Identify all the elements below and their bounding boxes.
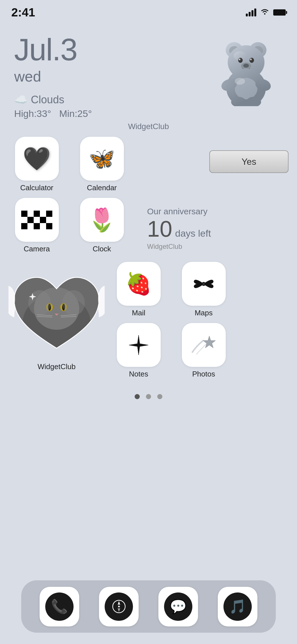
dock-music[interactable]: 🎵 [218,587,257,626]
dock-messages[interactable]: 💬 [158,587,198,626]
photos-label: Photos [192,370,215,378]
mail-icon-container[interactable]: 🍓 [117,262,161,306]
weather-row: ☁️ Clouds [14,93,209,106]
widgetclub-date-label: WidgetClub [0,122,297,131]
compass-icon [111,599,127,614]
right-apps-row-1: 🍓 Mail [110,262,232,317]
svg-point-34 [203,283,205,285]
svg-marker-37 [118,601,120,605]
dock: 📞 💬 🎵 [21,580,276,633]
cat-widget-container: WidgetClub [8,259,105,371]
date-widget: Jul.3 wed ☁️ Clouds High:33° Min:25° [0,25,297,119]
photos-shootingstar-icon [191,334,216,356]
dock-phone[interactable]: 📞 [40,587,79,626]
svg-point-9 [239,59,240,60]
right-apps-row-2: Notes Photos [110,323,232,378]
bottom-row: WidgetClub 🍓 Mail [8,259,289,378]
cloud-icon: ☁️ [14,93,27,106]
music-icon: 🎵 [229,599,246,615]
messages-icon: 💬 [170,599,187,615]
svg-point-27 [28,290,51,316]
maps-label: Maps [195,309,213,317]
signal-icon [246,8,256,16]
dot-1 [135,394,140,399]
notes-label: Notes [129,370,148,378]
battery-icon [273,9,286,16]
cat-widget [8,265,105,361]
safari-icon-bg [105,592,133,621]
status-icons [246,8,286,17]
wifi-icon [260,8,269,17]
cat-widgetclub-label: WidgetClub [38,362,76,371]
status-time: 2:41 [11,6,35,19]
photos-icon-container[interactable] [182,323,226,367]
app-row-1: 🖤 Calculator 🦋 Calendar Yes [8,137,289,192]
anniversary-widget: Our anniversary 10 days left WidgetClub [141,201,238,253]
main-content: 🖤 Calculator 🦋 Calendar Yes [0,137,297,399]
svg-point-10 [250,59,252,60]
maps-bow-icon [192,274,216,294]
app-clock[interactable]: 🌷 Clock [74,198,130,253]
app-camera[interactable]: Camera [8,198,65,253]
app-calendar[interactable]: 🦋 Calendar [74,137,130,192]
music-icon-bg: 🎵 [223,592,252,621]
date-info: Jul.3 wed ☁️ Clouds High:33° Min:25° [14,34,209,119]
dot-3 [157,394,162,399]
app-photos[interactable]: Photos [175,323,232,378]
svg-point-7 [238,58,243,63]
camera-checker-icon [21,211,52,229]
calculator-label: Calculator [20,183,53,192]
app-row-2: Camera 🌷 Clock Our anniversary 10 days l… [8,198,289,253]
yes-widget[interactable]: Yes [209,150,289,173]
app-notes[interactable]: Notes [110,323,167,378]
gummy-bear-widget [209,31,283,110]
clock-tulip-icon: 🌷 [88,207,116,233]
maps-icon-container[interactable] [182,262,226,306]
calendar-icon-container[interactable]: 🦋 [80,137,124,181]
clock-icon-container[interactable]: 🌷 [80,198,124,242]
svg-point-0 [264,13,266,15]
yes-text: Yes [242,157,256,167]
calculator-icon-container[interactable]: 🖤 [15,137,59,181]
weather-temp: High:33° Min:25° [14,108,209,119]
date-display: Jul.3 [14,34,209,65]
dock-safari[interactable] [99,587,139,626]
dot-2 [146,394,151,399]
svg-point-12 [243,64,249,68]
anniversary-widgetclub-label: WidgetClub [147,243,182,251]
day-display: wed [14,68,209,85]
mail-strawberry-icon: 🍓 [125,271,152,296]
camera-label: Camera [24,245,50,253]
app-calculator[interactable]: 🖤 Calculator [8,137,65,192]
anniversary-title: Our anniversary [147,207,207,216]
calendar-butterfly-icon: 🦋 [89,146,115,171]
svg-marker-35 [203,336,216,348]
mail-label: Mail [132,309,145,317]
anniversary-count: 10 days left [147,218,211,240]
app-mail[interactable]: 🍓 Mail [110,262,167,317]
page-dots [8,394,289,399]
messages-icon-bg: 💬 [164,592,192,621]
svg-point-19 [235,78,245,85]
svg-point-28 [62,290,85,316]
app-maps[interactable]: Maps [175,262,232,317]
calculator-heart-icon: 🖤 [23,146,51,172]
camera-icon-container[interactable] [15,198,59,242]
weather-condition: Clouds [31,94,64,106]
phone-icon-bg: 📞 [45,592,74,621]
right-apps-grid: 🍓 Mail [110,262,232,378]
status-bar: 2:41 [0,0,297,20]
svg-point-39 [118,606,120,607]
clock-label: Clock [92,245,111,253]
anniversary-number: 10 [147,218,172,240]
notes-icon-container[interactable] [117,323,161,367]
notes-sparkle-icon [127,334,150,356]
svg-point-8 [249,58,254,63]
svg-marker-38 [118,608,120,612]
phone-icon: 📞 [51,599,68,615]
anniversary-days-label: days left [175,228,211,239]
calendar-label: Calendar [87,183,117,192]
